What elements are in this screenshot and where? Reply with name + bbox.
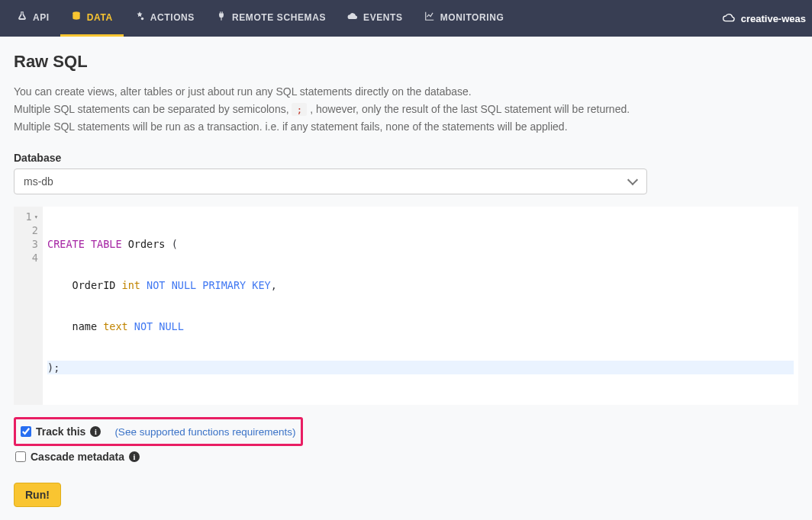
nav-label: MONITORING — [440, 12, 504, 23]
line-number: 4 — [21, 251, 38, 265]
options: Track this i (See supported functions re… — [14, 417, 798, 467]
chart-icon — [424, 11, 435, 24]
database-icon — [71, 11, 82, 24]
line-number: 3 — [21, 237, 38, 251]
page-description: You can create views, alter tables or ju… — [14, 84, 798, 135]
cascade-metadata-label: Cascade metadata — [31, 451, 124, 463]
flask-icon — [17, 11, 27, 24]
nav-api[interactable]: API — [6, 0, 60, 37]
track-this-checkbox[interactable] — [21, 426, 31, 437]
info-icon[interactable]: i — [129, 451, 140, 462]
database-select[interactable]: ms-db — [14, 169, 647, 194]
cloud-project-icon — [723, 11, 735, 26]
database-label: Database — [14, 152, 798, 164]
cascade-metadata-row: Cascade metadata i — [14, 446, 798, 467]
code-line: name text NOT NULL — [47, 319, 794, 333]
code-line: ); — [47, 361, 794, 374]
project-switcher[interactable]: creative-weas — [723, 0, 806, 37]
page-body: Raw SQL You can create views, alter tabl… — [0, 37, 812, 520]
line-number: 1 — [21, 210, 38, 223]
editor-gutter: 1 2 3 4 — [14, 207, 43, 405]
nav-label: DATA — [87, 12, 113, 23]
nav-events[interactable]: EVENTS — [337, 0, 414, 37]
cloud-icon — [347, 11, 358, 24]
line-number: 2 — [21, 223, 38, 237]
desc-line-3: Multiple SQL statements will be run as a… — [14, 119, 798, 135]
nav-left: API DATA ACTIONS REMOTE SCHEMAS EVENTS — [6, 0, 514, 37]
editor-code[interactable]: CREATE TABLE Orders ( OrderID int NOT NU… — [43, 207, 798, 405]
nav-monitoring[interactable]: MONITORING — [414, 0, 515, 37]
desc-line-2: Multiple SQL statements can be separated… — [14, 101, 798, 117]
track-requirements-link[interactable]: (See supported functions requirements) — [114, 426, 295, 438]
nav-actions[interactable]: ACTIONS — [124, 0, 205, 37]
database-select-wrapper: ms-db — [14, 169, 647, 194]
page-title: Raw SQL — [14, 52, 798, 72]
nav-label: EVENTS — [363, 12, 403, 23]
nav-label: API — [33, 12, 50, 23]
nav-label: REMOTE SCHEMAS — [232, 12, 326, 23]
top-nav: API DATA ACTIONS REMOTE SCHEMAS EVENTS — [0, 0, 812, 37]
sql-editor[interactable]: 1 2 3 4 CREATE TABLE Orders ( OrderID in… — [14, 207, 798, 405]
semicolon-code: ; — [292, 103, 307, 116]
project-name: creative-weas — [741, 13, 806, 24]
code-line: CREATE TABLE Orders ( — [47, 237, 794, 251]
cascade-metadata-checkbox[interactable] — [15, 451, 26, 462]
code-line: OrderID int NOT NULL PRIMARY KEY, — [47, 278, 794, 292]
plug-icon — [216, 11, 227, 24]
track-this-row: Track this i (See supported functions re… — [19, 421, 298, 442]
nav-remote-schemas[interactable]: REMOTE SCHEMAS — [205, 0, 337, 37]
actions-icon — [134, 11, 145, 24]
desc-line-1: You can create views, alter tables or ju… — [14, 84, 798, 100]
run-button[interactable]: Run! — [14, 483, 61, 507]
nav-data[interactable]: DATA — [60, 0, 124, 37]
nav-label: ACTIONS — [150, 12, 195, 23]
track-this-callout: Track this i (See supported functions re… — [14, 417, 303, 446]
svg-point-1 — [141, 18, 144, 21]
track-this-label: Track this — [36, 425, 85, 438]
info-icon[interactable]: i — [90, 426, 101, 437]
